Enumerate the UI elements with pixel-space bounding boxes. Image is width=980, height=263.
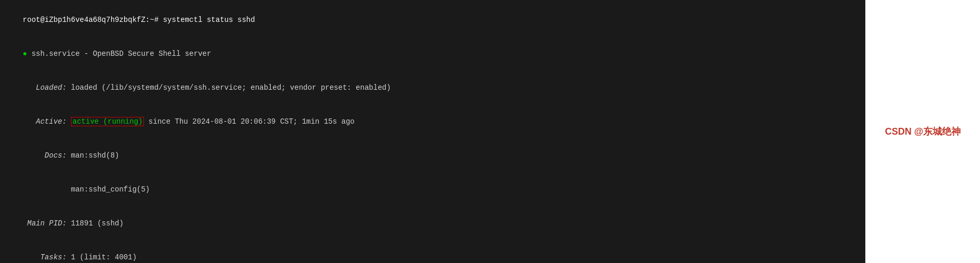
active-status: active (running) [71, 117, 144, 126]
terminal-line-5: Docs: man:sshd(8) [5, 139, 860, 173]
terminal-line-1: root@iZbp1h6ve4a68q7h9zbqkfZ:~# systemct… [5, 3, 860, 37]
terminal-line-3: Loaded: loaded (/lib/systemd/system/ssh.… [5, 71, 860, 105]
terminal-line-7: Main PID: 11891 (sshd) [5, 207, 860, 241]
prompt-text: root@iZbp1h6ve4a68q7h9zbqkfZ:~# systemct… [23, 16, 255, 24]
docs-value2: man:sshd_config(5) [23, 185, 150, 194]
terminal-line-4: Active: active (running) since Thu 2024-… [5, 105, 860, 139]
service-name: ssh.service - OpenBSD Secure Shell serve… [31, 50, 211, 58]
loaded-value: loaded (/lib/systemd/system/ssh.service;… [71, 83, 391, 92]
terminal-line-6: man:sshd_config(5) [5, 173, 860, 207]
terminal: root@iZbp1h6ve4a68q7h9zbqkfZ:~# systemct… [0, 0, 865, 263]
terminal-line-2: ● ssh.service - OpenBSD Secure Shell ser… [5, 37, 860, 71]
sidebar-branding: CSDN @东城绝神 [885, 125, 961, 138]
loaded-label: Loaded: [23, 83, 71, 92]
terminal-line-8: Tasks: 1 (limit: 4001) [5, 241, 860, 263]
tasks-label: Tasks: [23, 253, 71, 261]
sidebar-text: CSDN @东城绝神 [885, 126, 961, 137]
status-dot: ● [23, 50, 32, 58]
sidebar: CSDN @东城绝神 [865, 0, 980, 263]
active-since: since Thu 2024-08-01 20:06:39 CST; 1min … [144, 117, 354, 126]
docs-label: Docs: [23, 151, 71, 160]
mainpid-value: 11891 (sshd) [71, 219, 124, 228]
active-label: Active: [23, 117, 71, 126]
mainpid-label: Main PID: [23, 219, 71, 228]
tasks-value: 1 (limit: 4001) [71, 253, 137, 261]
docs-value1: man:sshd(8) [71, 151, 119, 160]
